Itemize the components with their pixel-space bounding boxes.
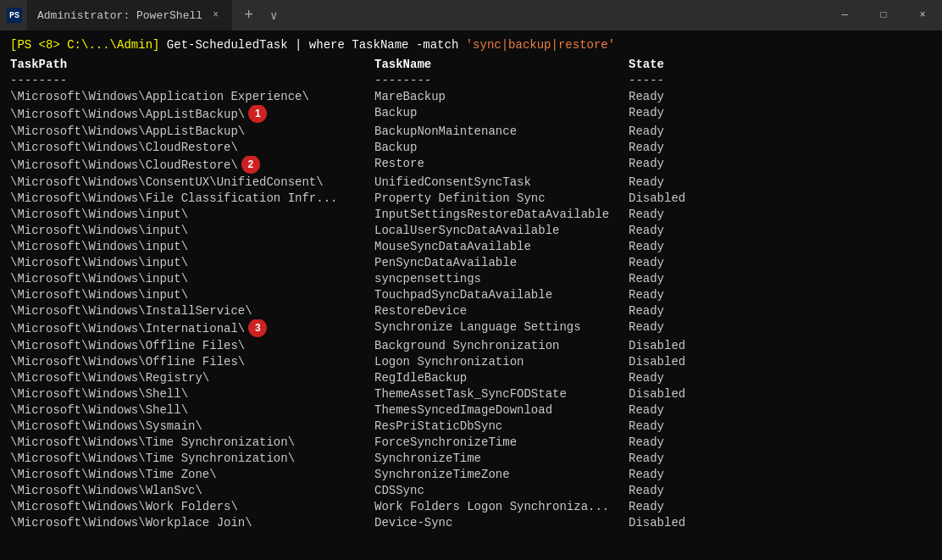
table-dashes: -------- -------- ----- [10, 73, 932, 89]
cell-name: RestoreDevice [374, 303, 629, 319]
cell-name: MareBackup [374, 89, 629, 105]
cell-path: \Microsoft\Windows\input\ [10, 207, 374, 223]
maximize-button[interactable]: □ [864, 0, 903, 30]
tab-dropdown-button[interactable]: ∨ [265, 0, 282, 30]
cell-name: syncpensettings [374, 271, 629, 287]
cell-name: Device-Sync [374, 515, 629, 531]
table-body: \Microsoft\Windows\Application Experienc… [10, 89, 932, 531]
command-text: Get-ScheduledTask | where TaskName -matc… [159, 37, 465, 53]
cell-path: \Microsoft\Windows\File Classification I… [10, 191, 374, 207]
tab-label: Administrator: PowerShell [37, 9, 202, 22]
table-row: \Microsoft\Windows\AppListBackup\BackupN… [10, 124, 932, 140]
table-row: \Microsoft\Windows\input\MouseSyncDataAv… [10, 239, 932, 255]
cell-state: Ready [629, 483, 730, 499]
cell-path: \Microsoft\Windows\input\ [10, 287, 374, 303]
cell-name: SynchronizeTime [374, 451, 629, 467]
active-tab[interactable]: Administrator: PowerShell × [27, 0, 232, 30]
cell-state: Ready [629, 402, 730, 419]
cell-path: \Microsoft\Windows\CloudRestore\2 [10, 156, 374, 175]
table-row: \Microsoft\Windows\WlanSvc\CDSSyncReady [10, 483, 932, 499]
table-row: \Microsoft\Windows\Work Folders\Work Fol… [10, 499, 932, 515]
cell-state: Ready [629, 419, 730, 435]
cell-path: \Microsoft\Windows\AppListBackup\ [10, 124, 374, 140]
cell-state: Ready [629, 105, 730, 124]
cell-state: Ready [629, 499, 730, 515]
table-row: \Microsoft\Windows\CloudRestore\2Restore… [10, 156, 932, 175]
powershell-icon: PS [7, 8, 22, 23]
cell-path: \Microsoft\Windows\WlanSvc\ [10, 483, 374, 499]
table-row: \Microsoft\Windows\Time Zone\Synchronize… [10, 467, 932, 483]
cell-name: Logon Synchronization [374, 354, 629, 370]
cell-name: Backup [374, 105, 629, 124]
cell-state: Disabled [629, 386, 730, 402]
cell-name: Work Folders Logon Synchroniza... [374, 499, 629, 515]
dash-state: ----- [629, 73, 730, 89]
cell-state: Ready [629, 435, 730, 451]
table-row: \Microsoft\Windows\input\InputSettingsRe… [10, 207, 932, 223]
cell-state: Ready [629, 175, 730, 191]
dash-name: -------- [374, 73, 629, 89]
dash-path: -------- [10, 73, 374, 89]
minimize-button[interactable]: — [825, 0, 864, 30]
close-window-button[interactable]: × [903, 0, 942, 30]
cell-path: \Microsoft\Windows\input\ [10, 271, 374, 287]
new-tab-button[interactable]: + [237, 0, 260, 30]
cell-name: ThemeAssetTask_SyncFODState [374, 386, 629, 402]
cell-name: InputSettingsRestoreDataAvailable [374, 207, 629, 223]
cell-state: Ready [629, 467, 730, 483]
table-row: \Microsoft\Windows\AppListBackup\1Backup… [10, 105, 932, 124]
cell-name: RegIdleBackup [374, 370, 629, 386]
cell-path: \Microsoft\Windows\input\ [10, 255, 374, 271]
cell-path: \Microsoft\Windows\Time Synchronization\ [10, 435, 374, 451]
cell-state: Disabled [629, 515, 730, 531]
cell-path: \Microsoft\Windows\Sysmain\ [10, 419, 374, 435]
col-header-path: TaskPath [10, 57, 374, 73]
cell-name: LocalUserSyncDataAvailable [374, 223, 629, 239]
cell-state: Ready [629, 319, 730, 338]
annotation-badge-2: 2 [241, 156, 260, 174]
terminal-window[interactable]: [PS <8> C:\...\Admin] Get-ScheduledTask … [0, 30, 942, 560]
cell-state: Disabled [629, 354, 730, 370]
cell-path: \Microsoft\Windows\ConsentUX\UnifiedCons… [10, 175, 374, 191]
table-row: \Microsoft\Windows\Time Synchronization\… [10, 435, 932, 451]
cell-path: \Microsoft\Windows\Time Synchronization\ [10, 451, 374, 467]
cell-name: CDSSync [374, 483, 629, 499]
cell-name: PenSyncDataAvailable [374, 255, 629, 271]
cell-state: Disabled [629, 338, 730, 354]
prompt-path: C:\...\Admin] [60, 37, 160, 53]
table-row: \Microsoft\Windows\input\syncpensettings… [10, 271, 932, 287]
command-argument: 'sync|backup|restore' [466, 37, 615, 53]
table-row: \Microsoft\Windows\Application Experienc… [10, 89, 932, 105]
table-row: \Microsoft\Windows\Workplace Join\Device… [10, 515, 932, 531]
col-header-name: TaskName [374, 57, 629, 73]
cell-name: Restore [374, 156, 629, 175]
table-row: \Microsoft\Windows\Offline Files\Logon S… [10, 354, 932, 370]
cell-state: Disabled [629, 191, 730, 207]
cell-state: Ready [629, 239, 730, 255]
cell-name: ForceSynchronizeTime [374, 435, 629, 451]
table-row: \Microsoft\Windows\InstallService\Restor… [10, 303, 932, 319]
cell-state: Ready [629, 223, 730, 239]
cell-state: Ready [629, 156, 730, 175]
close-tab-button[interactable]: × [209, 8, 222, 23]
annotation-badge-3: 3 [248, 319, 267, 337]
cell-path: \Microsoft\Windows\Offline Files\ [10, 354, 374, 370]
cell-state: Ready [629, 255, 730, 271]
table-row: \Microsoft\Windows\Sysmain\ResPriStaticD… [10, 419, 932, 435]
table-header: TaskPath TaskName State [10, 57, 932, 73]
table-row: \Microsoft\Windows\CloudRestore\BackupRe… [10, 140, 932, 156]
table-row: \Microsoft\Windows\input\LocalUserSyncDa… [10, 223, 932, 239]
cell-name: Synchronize Language Settings [374, 319, 629, 338]
cell-state: Ready [629, 271, 730, 287]
cell-name: TouchpadSyncDataAvailable [374, 287, 629, 303]
cell-path: \Microsoft\Windows\input\ [10, 223, 374, 239]
annotation-badge-1: 1 [248, 105, 267, 123]
cell-path: \Microsoft\Windows\input\ [10, 239, 374, 255]
title-bar-left: PS Administrator: PowerShell × + ∨ [7, 0, 825, 30]
cell-path: \Microsoft\Windows\Registry\ [10, 370, 374, 386]
cell-name: SynchronizeTimeZone [374, 467, 629, 483]
cell-path: \Microsoft\Windows\Workplace Join\ [10, 515, 374, 531]
cell-path: \Microsoft\Windows\Shell\ [10, 402, 374, 419]
table-row: \Microsoft\Windows\ConsentUX\UnifiedCons… [10, 175, 932, 191]
cell-name: Background Synchronization [374, 338, 629, 354]
